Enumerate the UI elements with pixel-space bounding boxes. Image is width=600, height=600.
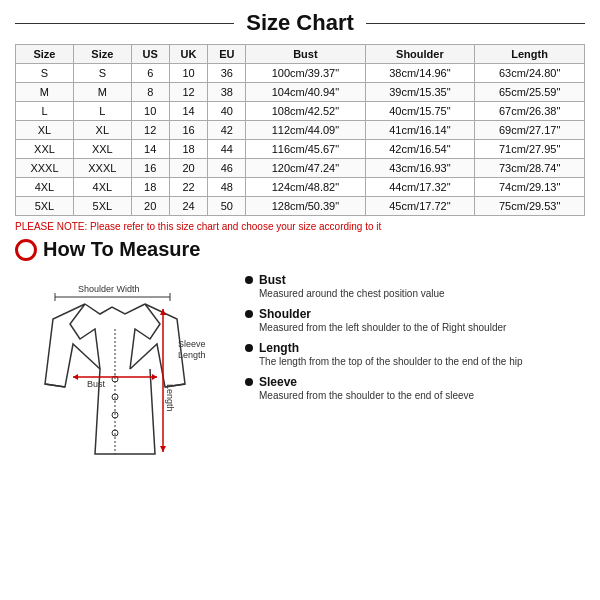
table-row: LL101440108cm/42.52"40cm/15.75"67cm/26.3… <box>16 102 585 121</box>
jacket-illustration: Shoulder Width <box>15 269 235 484</box>
table-cell: XL <box>73 121 131 140</box>
table-cell: 4XL <box>73 178 131 197</box>
table-cell: 40cm/15.75" <box>365 102 475 121</box>
table-row: SS61036100cm/39.37"38cm/14.96"63cm/24.80… <box>16 64 585 83</box>
bullet-icon <box>245 310 253 318</box>
measurement-label: Length <box>259 341 523 355</box>
svg-marker-10 <box>73 374 78 380</box>
table-cell: 48 <box>208 178 246 197</box>
measurement-text: The length from the top of the shoulder … <box>259 355 523 369</box>
table-cell: 124cm/48.82" <box>246 178 365 197</box>
measurement-item: ShoulderMeasured from the left shoulder … <box>245 307 585 335</box>
size-table: SizeSizeUSUKEUBustShoulderLength SS61036… <box>15 44 585 216</box>
table-cell: 120cm/47.24" <box>246 159 365 178</box>
table-cell: 5XL <box>16 197 74 216</box>
table-cell: 20 <box>131 197 169 216</box>
measurement-text: Measured from the shoulder to the end of… <box>259 389 474 403</box>
table-cell: 8 <box>131 83 169 102</box>
bullet-icon <box>245 378 253 386</box>
table-cell: 44cm/17.32" <box>365 178 475 197</box>
table-cell: 63cm/24.80" <box>475 64 585 83</box>
table-cell: 36 <box>208 64 246 83</box>
table-cell: 73cm/28.74" <box>475 159 585 178</box>
measurement-item: BustMeasured around the chest position v… <box>245 273 585 301</box>
table-cell: 12 <box>169 83 208 102</box>
table-cell: 16 <box>169 121 208 140</box>
table-row: XLXL121642112cm/44.09"41cm/16.14"69cm/27… <box>16 121 585 140</box>
measurement-text: Measured from the left shoulder to the o… <box>259 321 506 335</box>
table-cell: 6 <box>131 64 169 83</box>
table-header-cell: Bust <box>246 45 365 64</box>
table-cell: 39cm/15.35" <box>365 83 475 102</box>
table-cell: 104cm/40.94" <box>246 83 365 102</box>
title-line-right <box>366 23 585 24</box>
svg-text:Bust: Bust <box>87 379 106 389</box>
jacket-svg-wrap: Shoulder Width <box>15 269 235 479</box>
table-cell: 12 <box>131 121 169 140</box>
svg-text:Length: Length <box>178 350 206 360</box>
table-cell: 43cm/16.93" <box>365 159 475 178</box>
table-cell: XXL <box>73 140 131 159</box>
svg-text:Length: Length <box>165 384 175 412</box>
svg-marker-15 <box>160 446 166 452</box>
table-header-cell: US <box>131 45 169 64</box>
table-row: XXLXXL141844116cm/45.67"42cm/16.54"71cm/… <box>16 140 585 159</box>
table-cell: 10 <box>131 102 169 121</box>
measurement-text: Measured around the chest position value <box>259 287 445 301</box>
table-cell: 100cm/39.37" <box>246 64 365 83</box>
table-cell: 16 <box>131 159 169 178</box>
table-cell: 24 <box>169 197 208 216</box>
table-row: XXXLXXXL162046120cm/47.24"43cm/16.93"73c… <box>16 159 585 178</box>
table-row: 4XL4XL182248124cm/48.82"44cm/17.32"74cm/… <box>16 178 585 197</box>
svg-text:Sleeve: Sleeve <box>178 339 206 349</box>
measurement-label: Sleeve <box>259 375 474 389</box>
table-cell: 14 <box>131 140 169 159</box>
table-header-cell: Size <box>16 45 74 64</box>
measurements-list: BustMeasured around the chest position v… <box>245 269 585 479</box>
measurement-label: Bust <box>259 273 445 287</box>
table-cell: 128cm/50.39" <box>246 197 365 216</box>
page-title: Size Chart <box>234 10 366 36</box>
how-to-title: How To Measure <box>43 238 200 261</box>
measurement-desc: SleeveMeasured from the shoulder to the … <box>259 375 474 403</box>
table-cell: L <box>73 102 131 121</box>
svg-marker-11 <box>152 374 157 380</box>
measurement-label: Shoulder <box>259 307 506 321</box>
table-cell: 44 <box>208 140 246 159</box>
table-row: 5XL5XL202450128cm/50.39"45cm/17.72"75cm/… <box>16 197 585 216</box>
measurement-desc: LengthThe length from the top of the sho… <box>259 341 523 369</box>
table-cell: 41cm/16.14" <box>365 121 475 140</box>
table-cell: 4XL <box>16 178 74 197</box>
table-cell: 38 <box>208 83 246 102</box>
table-cell: M <box>73 83 131 102</box>
table-cell: 75cm/29.53" <box>475 197 585 216</box>
table-cell: 71cm/27.95" <box>475 140 585 159</box>
main-container: Size Chart SizeSizeUSUKEUBustShoulderLen… <box>0 0 600 600</box>
table-cell: 69cm/27.17" <box>475 121 585 140</box>
table-cell: 45cm/17.72" <box>365 197 475 216</box>
table-cell: 38cm/14.96" <box>365 64 475 83</box>
table-header-cell: EU <box>208 45 246 64</box>
table-cell: XXXL <box>16 159 74 178</box>
jacket-diagram: Shoulder Width <box>15 269 235 479</box>
table-cell: 46 <box>208 159 246 178</box>
table-cell: 14 <box>169 102 208 121</box>
table-cell: 65cm/25.59" <box>475 83 585 102</box>
table-cell: S <box>73 64 131 83</box>
table-cell: 116cm/45.67" <box>246 140 365 159</box>
bullet-icon <box>245 276 253 284</box>
how-to-body: Shoulder Width <box>15 269 585 479</box>
table-header-row: SizeSizeUSUKEUBustShoulderLength <box>16 45 585 64</box>
table-cell: 50 <box>208 197 246 216</box>
table-cell: XXL <box>16 140 74 159</box>
table-body: SS61036100cm/39.37"38cm/14.96"63cm/24.80… <box>16 64 585 216</box>
table-header-cell: Shoulder <box>365 45 475 64</box>
table-cell: XL <box>16 121 74 140</box>
table-header-cell: Size <box>73 45 131 64</box>
table-header-cell: UK <box>169 45 208 64</box>
table-cell: M <box>16 83 74 102</box>
table-cell: 112cm/44.09" <box>246 121 365 140</box>
table-cell: 67cm/26.38" <box>475 102 585 121</box>
how-to-header: How To Measure <box>15 238 585 261</box>
measurement-desc: BustMeasured around the chest position v… <box>259 273 445 301</box>
